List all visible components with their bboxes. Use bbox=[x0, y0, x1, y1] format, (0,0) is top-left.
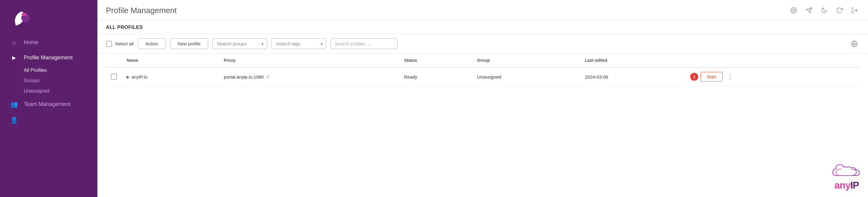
col-last-edited: Last edited bbox=[580, 54, 685, 67]
anyip-logo: anyIP bbox=[832, 161, 862, 191]
col-proxy: Proxy bbox=[219, 54, 399, 67]
select-all-label[interactable]: Select all bbox=[115, 41, 134, 46]
more-options-button[interactable]: ⋮ bbox=[725, 72, 735, 81]
svg-point-1 bbox=[793, 9, 795, 11]
col-actions bbox=[685, 54, 860, 67]
content-area: ALL PROFILES Select all Action New profi… bbox=[97, 20, 868, 197]
col-checkbox bbox=[106, 54, 122, 67]
columns-settings-button[interactable] bbox=[849, 39, 860, 49]
page-title: Profile Management bbox=[106, 6, 177, 15]
sidebar-item-unassigned[interactable]: Unassigned bbox=[24, 86, 97, 96]
row-actions-cell: 1 Start ⋮ bbox=[685, 67, 860, 86]
row-name: anyIP.io bbox=[131, 74, 147, 80]
row-checkbox[interactable] bbox=[111, 74, 117, 80]
svg-point-5 bbox=[854, 43, 855, 45]
table-header-row: Name Proxy Status Group Last edited bbox=[106, 54, 860, 67]
toolbar: Select all Action New profile Search gro… bbox=[97, 34, 868, 54]
search-groups-dropdown[interactable]: Search groups bbox=[212, 38, 267, 49]
sidebar: ⌂ Home ▶ Profile Management All Profiles… bbox=[0, 0, 97, 197]
sidebar-item-label-profile-management: Profile Management bbox=[24, 55, 73, 61]
anyip-cloud-icon bbox=[832, 161, 862, 180]
row-group-cell: Unassigned bbox=[472, 67, 580, 86]
row-checkbox-cell bbox=[106, 67, 122, 86]
sidebar-item-profile-management[interactable]: ▶ Profile Management bbox=[0, 50, 97, 65]
sidebar-item-label-team-management: Team Management bbox=[24, 101, 71, 108]
section-header: ALL PROFILES bbox=[97, 20, 868, 34]
sidebar-item-home[interactable]: ⌂ Home bbox=[0, 35, 97, 50]
team-icon: 👥 bbox=[10, 101, 18, 108]
section-title: ALL PROFILES bbox=[106, 25, 860, 30]
topbar: Profile Management bbox=[97, 0, 868, 20]
col-status: Status bbox=[399, 54, 472, 67]
topbar-icon-group bbox=[789, 5, 860, 15]
cursor-icon: ▶ bbox=[10, 55, 18, 61]
col-group: Group bbox=[472, 54, 580, 67]
user-icon: 👤 bbox=[10, 116, 18, 123]
search-profiles-input[interactable] bbox=[331, 38, 398, 49]
search-tags-select[interactable]: Search tags bbox=[272, 38, 326, 49]
select-all-container: Select all bbox=[106, 41, 134, 47]
logo bbox=[0, 0, 97, 35]
sidebar-item-all-profiles[interactable]: All Profiles bbox=[24, 65, 97, 76]
main-content: Profile Management bbox=[97, 0, 868, 197]
search-tags-dropdown[interactable]: Search tags bbox=[272, 38, 326, 49]
moon-icon[interactable] bbox=[819, 5, 829, 15]
row-proxy: portal.anyip.io:1080 bbox=[224, 74, 264, 80]
row-name-cell: ▶ anyIP.io bbox=[122, 67, 219, 86]
col-name: Name bbox=[122, 54, 219, 67]
logo-icon bbox=[10, 7, 34, 29]
notification-badge: 1 bbox=[690, 73, 698, 81]
profiles-table-container: Name Proxy Status Group Last edited bbox=[97, 54, 868, 86]
row-proxy-cell: portal.anyip.io:1080 ✓ bbox=[219, 67, 399, 86]
start-button[interactable]: Start bbox=[701, 72, 722, 82]
select-all-checkbox[interactable] bbox=[106, 41, 112, 47]
row-status-cell: Ready bbox=[399, 67, 472, 86]
settings-cog-icon[interactable] bbox=[789, 5, 799, 15]
row-last-edited-cell: 2024-03-06 bbox=[580, 67, 685, 86]
table-row: ▶ anyIP.io portal.anyip.io:1080 ✓ Ready … bbox=[106, 67, 860, 86]
proxy-connected-icon: ✓ bbox=[266, 74, 271, 80]
sidebar-sub-nav: All Profiles Groups Unassigned bbox=[0, 65, 97, 96]
profiles-table: Name Proxy Status Group Last edited bbox=[106, 54, 860, 86]
sidebar-item-label-home: Home bbox=[24, 39, 38, 46]
sidebar-item-team-management[interactable]: 👥 Team Management bbox=[0, 96, 97, 112]
refresh-icon[interactable] bbox=[835, 5, 844, 15]
sidebar-item-more[interactable]: 👤 bbox=[0, 112, 97, 128]
search-groups-select[interactable]: Search groups bbox=[212, 38, 267, 49]
action-button[interactable]: Action bbox=[138, 38, 166, 49]
sidebar-navigation: ⌂ Home ▶ Profile Management All Profiles… bbox=[0, 35, 97, 197]
sign-out-icon[interactable] bbox=[850, 5, 860, 15]
new-profile-button[interactable]: New profile bbox=[170, 38, 208, 49]
send-icon[interactable] bbox=[804, 5, 814, 15]
home-icon: ⌂ bbox=[10, 39, 18, 46]
sidebar-item-groups[interactable]: Groups bbox=[24, 76, 97, 86]
anyip-logo-text: anyIP bbox=[835, 180, 859, 191]
expand-row-button[interactable]: ▶ bbox=[127, 75, 130, 79]
